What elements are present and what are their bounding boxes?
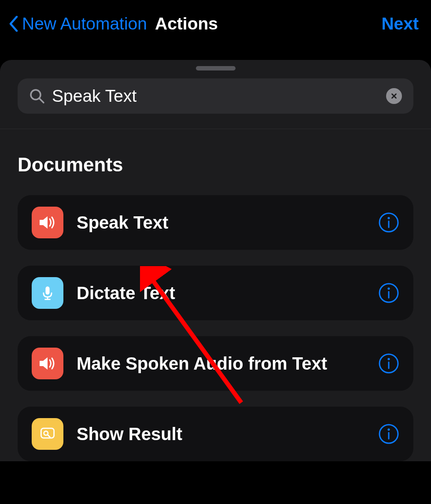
svg-rect-7 [45, 286, 49, 294]
back-label: New Automation [22, 14, 147, 33]
action-label: Speak Text [77, 213, 365, 233]
search-input[interactable] [52, 86, 379, 106]
info-button[interactable] [378, 423, 399, 445]
action-make-spoken-audio[interactable]: Make Spoken Audio from Text [18, 336, 413, 391]
svg-point-0 [31, 90, 41, 100]
info-icon [378, 353, 399, 374]
svg-point-11 [387, 287, 390, 289]
speaker-icon [32, 207, 63, 238]
result-icon [32, 418, 63, 450]
svg-line-18 [48, 435, 50, 437]
action-label: Show Result [77, 424, 365, 444]
search-icon [29, 88, 45, 104]
page-title: Actions [155, 14, 218, 33]
action-speak-text[interactable]: Speak Text [18, 195, 413, 250]
section-title: Documents [18, 154, 413, 176]
chevron-left-icon [9, 16, 18, 32]
action-dictate-text[interactable]: Dictate Text [18, 266, 413, 320]
search-sheet: Documents Speak Text [0, 60, 431, 461]
close-icon [390, 92, 398, 100]
info-icon [378, 423, 399, 445]
svg-point-20 [387, 428, 390, 430]
search-field[interactable] [18, 78, 413, 114]
info-icon [378, 212, 399, 233]
mic-icon [32, 277, 63, 309]
svg-line-1 [40, 99, 44, 103]
svg-point-5 [387, 217, 390, 219]
back-button[interactable]: New Automation [9, 14, 147, 33]
info-button[interactable] [378, 282, 399, 304]
speaker-icon [32, 348, 63, 379]
action-label: Make Spoken Audio from Text [77, 354, 365, 374]
action-label: Dictate Text [77, 283, 365, 303]
sheet-grabber[interactable] [196, 66, 236, 70]
next-button[interactable]: Next [381, 14, 419, 33]
svg-point-14 [387, 358, 390, 360]
info-icon [378, 282, 399, 304]
info-button[interactable] [378, 212, 399, 233]
info-button[interactable] [378, 353, 399, 374]
results-section: Documents Speak Text [0, 129, 431, 461]
clear-search-button[interactable] [386, 88, 402, 104]
nav-bar: New Automation Actions Next [0, 0, 431, 60]
action-show-result[interactable]: Show Result [18, 407, 413, 461]
